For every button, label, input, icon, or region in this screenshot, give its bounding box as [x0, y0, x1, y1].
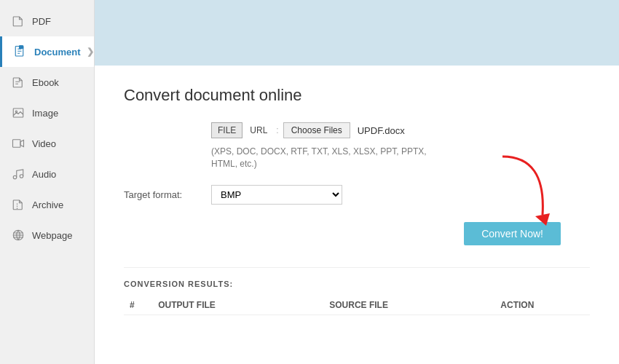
webpage-icon — [10, 227, 26, 243]
format-label: Target format: — [124, 189, 211, 200]
sidebar-item-ebook-label: Ebook — [32, 77, 59, 88]
sidebar-item-audio-label: Audio — [32, 169, 56, 180]
format-row: Target format: BMP JPG PNG GIF TIFF PDF … — [124, 185, 590, 205]
sidebar-item-video-label: Video — [32, 138, 56, 149]
sidebar-item-image-label: Image — [32, 108, 58, 119]
results-title: CONVERSION RESULTS: — [124, 280, 590, 288]
choose-files-button[interactable]: Choose Files — [283, 122, 350, 138]
svg-text:W: W — [20, 46, 22, 49]
file-section-label — [124, 122, 211, 126]
convert-now-button[interactable]: Convert Now! — [464, 222, 561, 245]
convert-row: Convert Now! — [124, 222, 590, 245]
col-header-action: ACTION — [494, 296, 590, 315]
col-header-num: # — [124, 296, 152, 315]
sidebar-item-ebook[interactable]: Ebook — [0, 67, 94, 98]
pdf-icon — [10, 13, 26, 29]
document-icon: W — [12, 44, 28, 60]
tab-file-button[interactable]: FILE — [211, 122, 243, 138]
svg-point-6 — [13, 175, 17, 179]
sidebar-item-webpage-label: Webpage — [32, 230, 72, 241]
sidebar-item-video[interactable]: Video — [0, 128, 94, 159]
file-type-row: FILE URL : Choose Files UPDF.docx — [211, 122, 430, 138]
chevron-icon: ❯ — [87, 47, 94, 57]
format-select[interactable]: BMP JPG PNG GIF TIFF PDF DOCX — [211, 185, 342, 205]
audio-icon — [10, 166, 26, 182]
separator: : — [276, 125, 278, 135]
sidebar-item-archive-label: Archive — [32, 199, 63, 210]
sidebar-item-image[interactable]: Image — [0, 98, 94, 128]
page-title: Convert document online — [124, 86, 590, 105]
table-header-row: # OUTPUT FILE SOURCE FILE ACTION — [124, 296, 590, 315]
svg-point-7 — [20, 175, 23, 178]
file-controls: FILE URL : Choose Files UPDF.docx (XPS, … — [211, 122, 430, 170]
archive-icon — [10, 197, 26, 213]
image-icon — [10, 105, 26, 121]
results-section: CONVERSION RESULTS: # OUTPUT FILE SOURCE… — [124, 267, 590, 315]
sidebar-item-webpage[interactable]: Webpage — [0, 220, 94, 250]
top-banner — [95, 0, 619, 66]
file-name-display: UPDF.docx — [358, 125, 405, 136]
ebook-icon — [10, 74, 26, 90]
sidebar-item-document[interactable]: W Document ❯ — [0, 36, 94, 67]
sidebar-item-document-label: Document — [34, 47, 81, 58]
results-table: # OUTPUT FILE SOURCE FILE ACTION — [124, 296, 590, 315]
video-icon — [10, 135, 26, 151]
svg-rect-5 — [13, 140, 21, 148]
tab-url-button[interactable]: URL — [245, 123, 272, 138]
content-area: Convert document online FILE URL : Choos… — [95, 66, 619, 364]
sidebar-item-archive[interactable]: Archive — [0, 189, 94, 220]
col-header-output: OUTPUT FILE — [152, 296, 323, 315]
sidebar-item-pdf-label: PDF — [32, 16, 51, 27]
file-formats-hint: (XPS, DOC, DOCX, RTF, TXT, XLS, XLSX, PP… — [211, 146, 430, 170]
file-row: FILE URL : Choose Files UPDF.docx (XPS, … — [124, 122, 590, 170]
sidebar-item-pdf[interactable]: PDF — [0, 6, 94, 36]
col-header-source: SOURCE FILE — [323, 296, 494, 315]
sidebar: PDF W Document ❯ Ebook — [0, 0, 95, 364]
sidebar-item-audio[interactable]: Audio — [0, 159, 94, 189]
main-area: Convert document online FILE URL : Choos… — [95, 0, 619, 364]
